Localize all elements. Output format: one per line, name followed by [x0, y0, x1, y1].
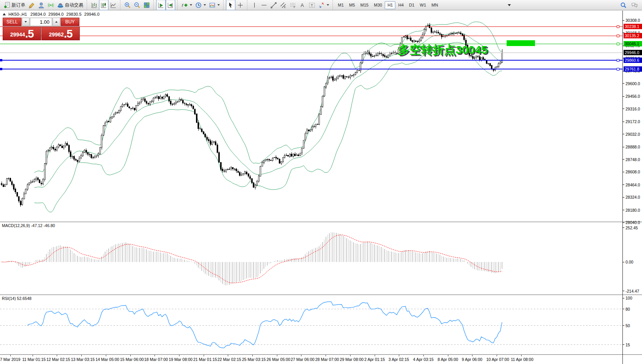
auto-scroll-icon — [158, 2, 164, 8]
vertical-line-button[interactable] — [250, 0, 259, 10]
rsi-tick-label: 80 — [626, 307, 630, 311]
time-tick-label: 25 Mar 03:15 — [242, 357, 266, 362]
time-tick-label: 3 Apr 02:15 — [388, 357, 409, 362]
time-tick-label: 18 Mar 07:00 — [144, 357, 168, 362]
chevron-down-icon — [327, 4, 329, 6]
arrows-button[interactable] — [317, 0, 331, 10]
buy-price-tile[interactable]: 29962.5 — [41, 26, 80, 40]
chat-button[interactable] — [630, 0, 639, 10]
time-tick-label: 28 Mar 07:00 — [315, 357, 339, 362]
horizontal-line-icon — [261, 2, 267, 8]
time-tick-label: 11 Mar 01:15 — [22, 357, 46, 362]
price-line-badge: 30045.1 — [624, 41, 642, 46]
autotrading-button[interactable]: 自动交易 — [56, 0, 85, 10]
time-tick-label: 22 Mar 02:15 — [217, 357, 241, 362]
svg-text:f: f — [182, 2, 184, 7]
volume-decrease-button[interactable] — [22, 18, 30, 26]
fibonacci-button[interactable]: F — [288, 0, 298, 10]
time-tick-label: 7 Mar 2019 — [0, 357, 20, 362]
sell-button[interactable]: SELL — [3, 18, 21, 26]
horizontal-line-button[interactable] — [259, 0, 269, 10]
time-tick-label: 12 Mar 02:15 — [46, 357, 70, 362]
ohlc-close: 29946.0 — [84, 12, 100, 16]
timeframe-m1[interactable]: M1 — [335, 1, 346, 9]
search-button[interactable] — [619, 0, 628, 10]
timeframe-d1[interactable]: D1 — [407, 1, 417, 9]
current-price-badge: 29946.0 — [624, 50, 642, 55]
time-tick-label: 4 Apr 03:15 — [413, 357, 434, 362]
price-tick-label: 28888.0 — [626, 145, 640, 149]
profile-button[interactable] — [36, 0, 46, 10]
signals-button[interactable] — [46, 0, 56, 10]
vertical-line-icon — [251, 2, 258, 8]
volume-increase-button[interactable] — [53, 18, 60, 26]
trendline-button[interactable] — [269, 0, 278, 10]
price-tick-label: 29600.0 — [626, 81, 640, 86]
zoom-out-icon — [134, 2, 140, 8]
insert-group: f — [177, 0, 222, 10]
line-chart-icon — [110, 2, 117, 8]
indicators-button[interactable]: f — [180, 0, 194, 10]
tile-windows-button[interactable] — [142, 0, 151, 10]
trade-group: 新订单自动交易 — [1, 0, 86, 10]
bar-chart-button[interactable] — [89, 0, 99, 10]
timeframe-m15[interactable]: M15 — [358, 1, 371, 9]
arrows-icon — [318, 2, 325, 8]
time-tick-label: 27 Mar 06:00 — [291, 357, 314, 362]
new-order-button[interactable]: 新订单 — [2, 0, 27, 10]
chevron-down-icon — [217, 4, 220, 6]
timeframe-m30[interactable]: M30 — [371, 1, 385, 9]
clock-icon — [195, 2, 202, 8]
chart-text-annotation[interactable]: 多空转折点30045 — [398, 42, 487, 58]
chevron-up-icon — [55, 21, 58, 23]
zoom-in-button[interactable] — [123, 0, 132, 10]
channel-button[interactable]: E — [278, 0, 288, 10]
metaeditor-button[interactable] — [27, 0, 36, 10]
price-tick-label: 28324.0 — [626, 195, 640, 199]
svg-text:A: A — [301, 2, 304, 8]
crosshair-button[interactable] — [235, 0, 245, 10]
line-chart-button[interactable] — [109, 0, 118, 10]
buy-button[interactable]: BUY — [61, 18, 79, 26]
sell-price-tile[interactable]: 29944.5 — [3, 26, 41, 40]
zoom-in-icon — [124, 2, 131, 8]
volume-input[interactable] — [30, 18, 52, 26]
templates-button[interactable] — [207, 0, 221, 10]
text-button[interactable]: A — [298, 0, 307, 10]
price-tick-label: 28464.0 — [626, 183, 640, 187]
time-tick-label: 26 Mar 05:00 — [267, 357, 290, 362]
auto-scroll-button[interactable] — [156, 0, 166, 10]
time-tick-label: 29 Mar 08:00 — [340, 357, 364, 362]
ohlc-open: 29834.0 — [30, 12, 46, 16]
price-tick-label: 28180.0 — [626, 208, 640, 212]
timeframe-w1[interactable]: W1 — [417, 1, 429, 9]
price-line-badge: 30135.2 — [624, 33, 642, 38]
toolbar-overflow-chevron-icon[interactable] — [508, 4, 511, 6]
chart-canvas[interactable] — [0, 0, 642, 364]
zoom-out-button[interactable] — [132, 0, 142, 10]
drawing-group: EFAT — [247, 0, 332, 10]
chat-icon — [631, 2, 638, 8]
collapse-chart-icon[interactable] — [3, 13, 6, 15]
buy-price-frac: .5 — [64, 29, 72, 39]
text-label-button[interactable]: T — [307, 0, 317, 10]
text-label-icon: T — [309, 2, 315, 8]
timeframe-h4[interactable]: H4 — [395, 1, 406, 9]
trendline-icon — [270, 2, 277, 8]
candlestick-button[interactable] — [99, 0, 109, 10]
timeframe-h1[interactable]: H1 — [385, 1, 395, 9]
timeframe-m5[interactable]: M5 — [346, 1, 357, 9]
periods-button[interactable] — [194, 0, 207, 10]
indicators-icon: f — [181, 2, 188, 8]
rsi-value: 52.6548 — [17, 296, 31, 301]
time-tick-label: 9 Apr 06:00 — [462, 357, 482, 362]
time-tick-label: 8 Apr 05:00 — [438, 357, 458, 362]
timeframe-mn[interactable]: MN — [429, 1, 441, 9]
cursor-button[interactable] — [226, 0, 235, 10]
price-line-badge: 29761.8 — [624, 66, 642, 72]
crayon-icon — [28, 2, 35, 8]
rsi-tick-label: 100 — [626, 296, 632, 300]
chart-shift-button[interactable] — [166, 0, 175, 10]
time-tick-label: 13 Mar 03:15 — [71, 357, 95, 362]
cursor-icon — [227, 2, 234, 8]
